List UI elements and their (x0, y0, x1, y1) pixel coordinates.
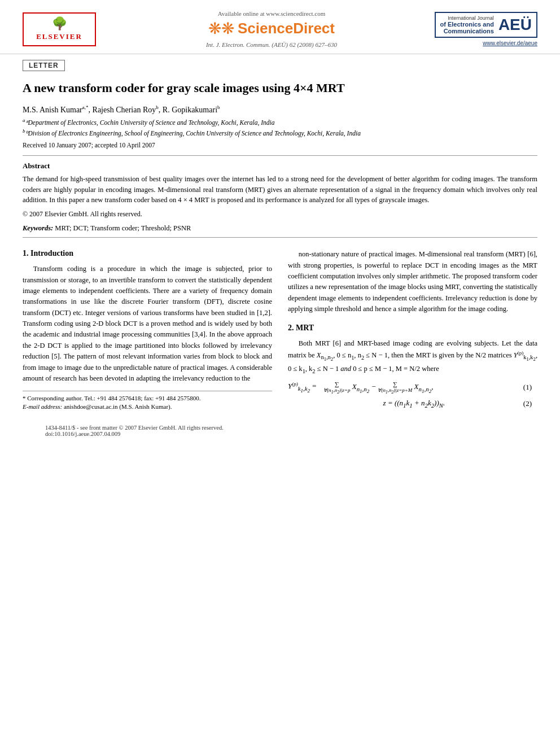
equation-1: Y(p)k1,k2 = ∑ ∀(n1,n2)|z=p Xn1,n2 − ∑ ∀(… (288, 381, 537, 395)
keywords-line: Keywords: MRT; DCT; Transform coder; Thr… (23, 224, 537, 233)
available-online-text: Available online at www.sciencedirect.co… (218, 10, 326, 17)
footnote-corresponding: * Corresponding author. Tel.: +91 484 25… (23, 395, 272, 401)
copyright-text: © 2007 Elsevier GmbH. All rights reserve… (23, 210, 537, 219)
doi-line: doi:10.1016/j.aeue.2007.04.009 (45, 431, 515, 437)
eq1-cond2: ∀(n1,n2)|z=p+M (378, 387, 412, 395)
eq1-sum2: ∑ (393, 381, 397, 387)
divider-top (23, 155, 537, 156)
eq1-content: Y(p)k1,k2 = ∑ ∀(n1,n2)|z=p Xn1,n2 − ∑ ∀(… (288, 381, 523, 395)
eq1-sum1: ∑ (335, 381, 339, 387)
eq1-rhs: ∑ ∀(n1,n2)|z=p Xn1,n2 − ∑ ∀(n1,n2)|z=p+M… (323, 381, 433, 395)
aeu-comm-text: Communications (440, 28, 494, 34)
section1-col2-paragraph1: non-stationary nature of practical image… (288, 249, 537, 314)
aeu-url: www.elsevier.de/aeue (483, 40, 537, 46)
header-right: International Journal of Electronics and… (430, 12, 537, 46)
divider-keywords (23, 237, 537, 238)
footnote-area: * Corresponding author. Tel.: +91 484 25… (23, 391, 272, 410)
aeu-letters: AEÜ (498, 17, 532, 33)
elsevier-box: 🌳 ELSEVIER (23, 12, 96, 46)
eq1-cond1: ∀(n1,n2)|z=p (323, 387, 350, 395)
email-label: E-mail address: (23, 403, 62, 410)
aeu-intl-text: International Journal (440, 15, 494, 21)
email-address: anishdoe@cusat.ac.in (M.S. Anish Kumar). (64, 403, 172, 410)
letter-badge: LETTER (23, 60, 65, 71)
authors-line: M.S. Anish Kumara,*, Rajesh Cherian Royb… (23, 104, 537, 115)
page: 🌳 ELSEVIER Available online at www.scien… (0, 0, 560, 747)
journal-reference: Int. J. Electron. Commun. (AEÜ) 62 (2008… (206, 41, 337, 48)
aeu-title-block: International Journal of Electronics and… (440, 15, 494, 34)
abstract-title: Abstract (23, 161, 537, 171)
eq1-number: (1) (523, 383, 537, 392)
main-content: A new transform coder for gray scale ima… (0, 80, 560, 437)
paper-title: A new transform coder for gray scale ima… (23, 80, 537, 97)
bottom-info: 1434-8411/$ - see front matter © 2007 El… (23, 425, 537, 437)
eq2-number: (2) (523, 399, 537, 408)
section2-text: Both MRT [6] and MRT-based image coding … (288, 338, 537, 375)
header-center: Available online at www.sciencedirect.co… (113, 10, 430, 48)
header: 🌳 ELSEVIER Available online at www.scien… (0, 0, 560, 54)
two-column-layout: 1. Introduction Transform coding is a pr… (23, 249, 537, 413)
footnote-email: E-mail address: anishdoe@cusat.ac.in (M.… (23, 403, 272, 410)
section2-heading: 2. MRT (288, 324, 537, 333)
sciencedirect-label: ScienceDirect (238, 20, 335, 37)
sciencedirect-icon: ❋❋ (208, 19, 234, 38)
section2-paragraph1: Both MRT [6] and MRT-based image coding … (288, 338, 537, 375)
section1-col2-text: non-stationary nature of practical image… (288, 249, 537, 314)
letter-section: LETTER (0, 54, 560, 80)
elsevier-inner: 🌳 ELSEVIER (36, 18, 82, 41)
column-right: non-stationary nature of practical image… (288, 249, 537, 413)
aeu-of-text: of Electronics and (440, 21, 494, 28)
eq1-lhs: Y(p)k1,k2 = (288, 381, 317, 394)
affiliation-b: bᵇDivision of Electronics Engineering, S… (23, 128, 537, 137)
eq2-content: z = ((n1k1 + n2k2))N. (288, 399, 523, 409)
abstract-section: Abstract The demand for high-speed trans… (23, 161, 537, 219)
elsevier-logo-area: 🌳 ELSEVIER (23, 12, 113, 46)
column-left: 1. Introduction Transform coding is a pr… (23, 249, 272, 413)
issn-line: 1434-8411/$ - see front matter © 2007 El… (45, 425, 515, 431)
elsevier-label: ELSEVIER (36, 32, 82, 41)
keywords-text: MRT; DCT; Transform coder; Threshold; PS… (55, 224, 191, 232)
affiliation-a: aᵃDepartment of Electronics, Cochin Univ… (23, 117, 537, 126)
received-line: Received 10 January 2007; accepted 10 Ap… (23, 142, 537, 148)
section1-heading: 1. Introduction (23, 249, 272, 258)
section1-col1-text: Transform coding is a procedure in which… (23, 264, 272, 384)
equation-2: z = ((n1k1 + n2k2))N. (2) (288, 399, 537, 409)
aeu-box: International Journal of Electronics and… (435, 12, 538, 38)
section1-paragraph1: Transform coding is a procedure in which… (23, 264, 272, 384)
sciencedirect-logo: ❋❋ ScienceDirect (208, 19, 335, 38)
abstract-text: The demand for high-speed transmission o… (23, 174, 537, 206)
keywords-label: Keywords: (23, 224, 53, 232)
elsevier-tree-icon: 🌳 (52, 18, 67, 30)
